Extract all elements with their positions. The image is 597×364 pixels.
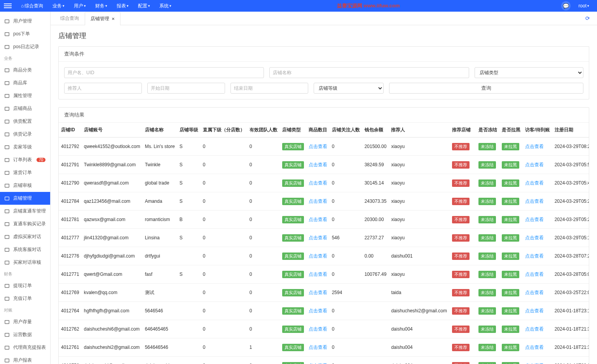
link-goods[interactable]: 点击查看	[309, 199, 327, 204]
tag-recommend: 不推荐	[452, 326, 470, 333]
sidebar-item[interactable]: 商品分类	[0, 64, 50, 77]
link-visitors[interactable]: 点击查看	[525, 345, 544, 350]
link-goods[interactable]: 点击查看	[309, 290, 327, 295]
sidebar-item[interactable]: 系统客服对话	[0, 243, 50, 256]
sidebar-item[interactable]: 店铺直通车管理	[0, 205, 50, 218]
sidebar-item[interactable]: 店铺管理	[0, 192, 50, 205]
sidebar-item[interactable]: 商品库	[0, 77, 50, 89]
input-shop[interactable]	[269, 67, 469, 78]
link-visitors[interactable]: 点击查看	[525, 162, 544, 167]
sidebar: 用户管理pos下单pos日志记录业务商品分类商品库属性管理店铺商品供货配置供货记…	[0, 12, 51, 364]
tag-shop-type: 真实店铺	[282, 143, 304, 150]
sidebar-item[interactable]: 店铺商品	[0, 102, 50, 115]
nav-home[interactable]: ⌂ 综合查询	[17, 3, 47, 9]
sidebar-item[interactable]: 供货记录	[0, 128, 50, 141]
link-visitors[interactable]: 点击查看	[525, 180, 544, 186]
col-header: 店铺账号	[82, 123, 143, 138]
tag-frozen: 未冻结	[478, 234, 496, 242]
sidebar-item[interactable]: pos日志记录	[0, 40, 50, 53]
sidebar-item[interactable]: pos下单	[0, 28, 50, 40]
select-type[interactable]: 店铺类型	[475, 67, 583, 78]
nav-business[interactable]: 业务▾	[49, 3, 68, 9]
nav-user[interactable]: 用户▾	[70, 3, 90, 9]
sidebar-item[interactable]: 买家对话审核	[0, 256, 50, 269]
link-visitors[interactable]: 点击查看	[525, 199, 544, 204]
sidebar-item[interactable]: 用户管理	[0, 15, 50, 28]
link-visitors[interactable]: 点击查看	[525, 144, 544, 149]
menu-icon	[4, 170, 10, 176]
link-goods[interactable]: 点击查看	[309, 272, 327, 277]
sidebar-item[interactable]: 属性管理	[0, 89, 50, 102]
nav-report[interactable]: 报表▾	[113, 3, 133, 9]
tag-shop-type: 真实店铺	[282, 161, 304, 169]
sidebar-item[interactable]: 订单列表70	[0, 153, 50, 166]
query-button[interactable]: 查询	[389, 83, 583, 94]
tag-black: 未拉黑	[502, 289, 519, 296]
link-goods[interactable]: 点击查看	[309, 217, 327, 222]
link-visitors[interactable]: 点击查看	[525, 235, 544, 240]
sidebar-item[interactable]: 直通车购买记录	[0, 218, 50, 230]
sidebar-item-label: 用户存量	[13, 319, 32, 325]
input-start-date[interactable]	[147, 83, 225, 94]
tab-query[interactable]: 综合查询	[54, 12, 85, 25]
close-icon[interactable]: ✕	[112, 17, 115, 21]
sidebar-item-label: 用户报表	[13, 357, 32, 364]
chat-icon[interactable]: 💬	[561, 1, 571, 10]
sidebar-item[interactable]: 卖家等级	[0, 141, 50, 153]
tag-frozen: 未冻结	[478, 216, 496, 223]
sidebar-item-label: 店铺审核	[13, 182, 32, 189]
nav-finance[interactable]: 财务▾	[91, 3, 111, 9]
sidebar-item[interactable]: 退货订单	[0, 166, 50, 179]
sidebar-item[interactable]: 供货配置	[0, 115, 50, 128]
sidebar-item-label: 供货配置	[13, 118, 32, 125]
refresh-icon[interactable]: ⟳	[582, 12, 593, 24]
sidebar-item-label: pos下单	[13, 31, 30, 37]
nav-config[interactable]: 配置▾	[134, 3, 154, 9]
link-goods[interactable]: 点击查看	[309, 326, 327, 332]
link-visitors[interactable]: 点击查看	[525, 217, 544, 222]
sidebar-item[interactable]: 用户存量	[0, 315, 50, 328]
col-header: 推荐店铺	[450, 123, 476, 138]
query-panel-title: 查询条件	[59, 47, 589, 62]
link-visitors[interactable]: 点击查看	[525, 272, 544, 277]
menu-icon	[4, 345, 10, 350]
link-goods[interactable]: 点击查看	[309, 144, 327, 149]
link-goods[interactable]: 点击查看	[309, 308, 327, 313]
sidebar-item[interactable]: 虚拟买家对话	[0, 230, 50, 243]
select-level[interactable]: 店铺等级	[314, 83, 384, 94]
link-goods[interactable]: 点击查看	[309, 253, 327, 259]
link-goods[interactable]: 点击查看	[309, 180, 327, 186]
link-visitors[interactable]: 点击查看	[525, 326, 544, 332]
link-goods[interactable]: 点击查看	[309, 345, 327, 350]
table-row: 4012781qazwsx@gmail.comromanticismB00真实店…	[59, 211, 589, 229]
sidebar-item[interactable]: 代理商充提报表	[0, 341, 50, 354]
link-visitors[interactable]: 点击查看	[525, 253, 544, 259]
col-header: 推荐人	[389, 123, 450, 138]
tab-shop-mgmt[interactable]: 店铺管理✕	[85, 12, 120, 25]
link-visitors[interactable]: 点击查看	[525, 363, 544, 364]
link-visitors[interactable]: 点击查看	[525, 290, 544, 295]
badge: 70	[37, 158, 45, 162]
sidebar-item[interactable]: 运营数据	[0, 328, 50, 341]
link-visitors[interactable]: 点击查看	[525, 308, 544, 313]
sidebar-item[interactable]: 充值订单	[0, 292, 50, 305]
tag-black: 未拉黑	[502, 326, 519, 333]
col-header: 是否冻结	[476, 123, 499, 138]
input-user[interactable]	[64, 67, 264, 78]
sidebar-group: 对账	[0, 305, 50, 315]
watermark: 益赛宝源网 www.iifuw.com	[337, 2, 400, 9]
nav-system[interactable]: 系统▾	[155, 3, 175, 9]
link-goods[interactable]: 点击查看	[309, 162, 327, 167]
link-goods[interactable]: 点击查看	[309, 363, 327, 364]
sidebar-item-label: 商品分类	[13, 67, 32, 73]
user-menu[interactable]: root▾	[574, 3, 593, 9]
input-ref[interactable]	[64, 83, 142, 94]
input-end-date[interactable]	[230, 83, 308, 94]
link-goods[interactable]: 点击查看	[309, 235, 327, 240]
sidebar-item[interactable]: 提现订单	[0, 279, 50, 292]
sidebar-item[interactable]: 店铺审核	[0, 179, 50, 192]
table-row: 4012764hgfhfhgfh@gmail.com564654600真实店铺点…	[59, 302, 589, 320]
col-header: 店铺ID	[59, 123, 82, 138]
sidebar-item[interactable]: 用户报表	[0, 354, 50, 364]
menu-toggle-icon[interactable]	[4, 3, 12, 8]
